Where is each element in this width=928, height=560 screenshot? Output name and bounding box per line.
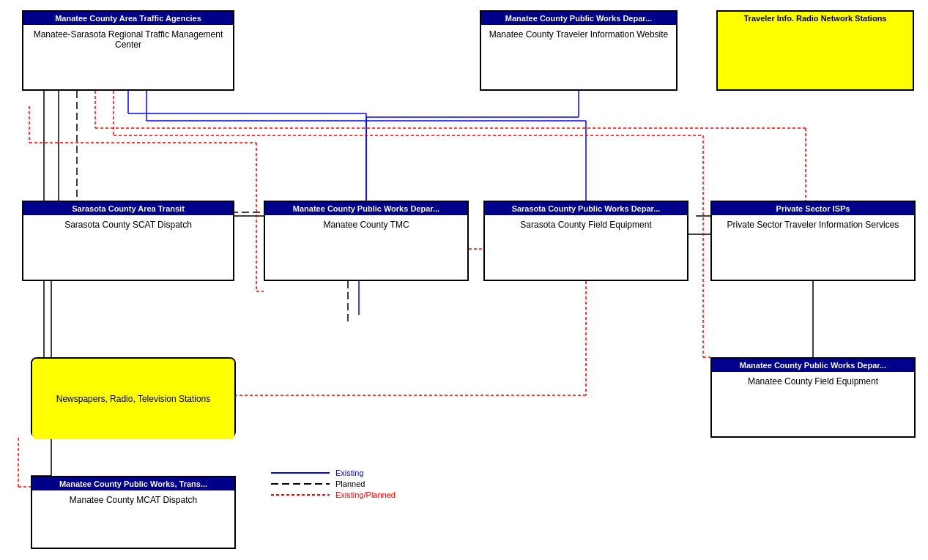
legend-planned: Planned bbox=[271, 479, 396, 488]
legend-existing-planned-label: Existing/Planned bbox=[335, 490, 396, 499]
node-manatee-tmc: Manatee County Public Works Depar... Man… bbox=[264, 201, 469, 281]
node-sarasota-field-body: Sarasota County Field Equipment bbox=[485, 215, 687, 234]
node-manatee-field-body: Manatee County Field Equipment bbox=[712, 372, 914, 391]
legend-planned-label: Planned bbox=[335, 479, 365, 488]
node-manatee-traffic-header: Manatee County Area Traffic Agencies bbox=[23, 12, 233, 25]
legend: Existing Planned Existing/Planned bbox=[271, 468, 396, 501]
legend-existing-label: Existing bbox=[335, 468, 364, 477]
diagram-container: Manatee County Area Traffic Agencies Man… bbox=[0, 0, 928, 560]
node-sarasota-field-header: Sarasota County Public Works Depar... bbox=[485, 202, 687, 215]
node-manatee-traffic: Manatee County Area Traffic Agencies Man… bbox=[22, 10, 234, 91]
node-manatee-tmc-body: Manatee County TMC bbox=[265, 215, 467, 234]
node-scat-header: Sarasota County Area Transit bbox=[23, 202, 233, 215]
node-manatee-field-header: Manatee County Public Works Depar... bbox=[712, 359, 914, 372]
node-scat-dispatch: Sarasota County Area Transit Sarasota Co… bbox=[22, 201, 234, 281]
node-mcat-header: Manatee County Public Works, Trans... bbox=[32, 477, 234, 490]
node-sarasota-field: Sarasota County Public Works Depar... Sa… bbox=[483, 201, 688, 281]
node-mcat-dispatch: Manatee County Public Works, Trans... Ma… bbox=[31, 476, 236, 549]
node-private-isps-body: Private Sector Traveler Information Serv… bbox=[712, 215, 914, 234]
node-private-isps: Private Sector ISPs Private Sector Trave… bbox=[710, 201, 916, 281]
node-traveler-radio-header: Traveler Info. Radio Network Stations bbox=[718, 12, 913, 25]
node-manatee-field: Manatee County Public Works Depar... Man… bbox=[710, 357, 916, 438]
node-mcat-body: Manatee County MCAT Dispatch bbox=[32, 490, 234, 509]
node-manatee-traveler-info: Manatee County Public Works Depar... Man… bbox=[480, 10, 678, 91]
legend-existing: Existing bbox=[271, 468, 396, 477]
node-scat-body: Sarasota County SCAT Dispatch bbox=[23, 215, 233, 234]
node-manatee-tmc-header: Manatee County Public Works Depar... bbox=[265, 202, 467, 215]
legend-existing-planned: Existing/Planned bbox=[271, 490, 396, 499]
node-traveler-radio-body bbox=[718, 25, 913, 83]
node-newspapers: Newspapers, Radio, Television Stations bbox=[31, 357, 236, 438]
node-manatee-traffic-body: Manatee-Sarasota Regional Traffic Manage… bbox=[23, 25, 233, 54]
node-traveler-radio: Traveler Info. Radio Network Stations bbox=[716, 10, 914, 91]
node-manatee-traveler-header: Manatee County Public Works Depar... bbox=[481, 12, 676, 25]
node-manatee-traveler-body: Manatee County Traveler Information Webs… bbox=[481, 25, 676, 44]
node-newspapers-body: Newspapers, Radio, Television Stations bbox=[32, 359, 234, 439]
node-private-isps-header: Private Sector ISPs bbox=[712, 202, 914, 215]
